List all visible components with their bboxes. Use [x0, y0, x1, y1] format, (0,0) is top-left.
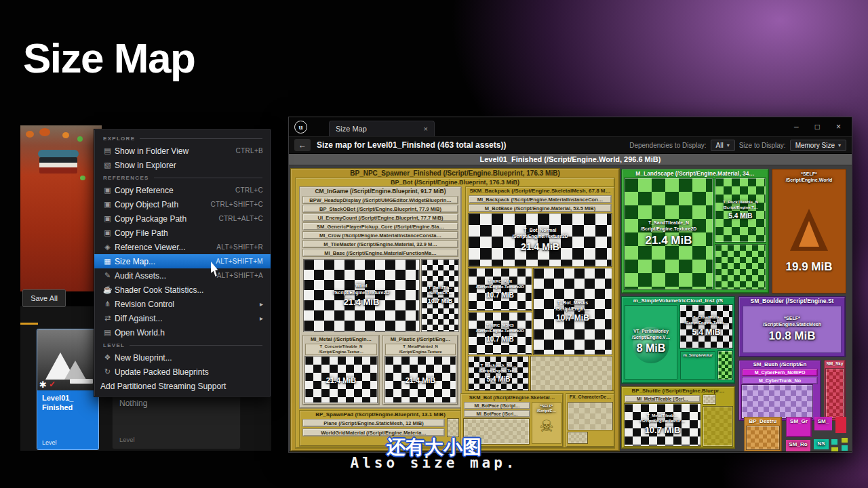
tile-size-label: 21.4 MiB [344, 297, 380, 308]
menu-item-show-in-folder-view[interactable]: ▤Show in Folder ViewCTRL+B [94, 144, 271, 158]
menu-section-rule [154, 178, 262, 178]
treemap-tile-cloud-check [718, 351, 732, 380]
treemap-tile-mi-metaltileable[interactable]: MI_MetalTileable (/Scri… [625, 395, 701, 403]
tab-close-icon[interactable]: × [424, 125, 428, 133]
treemap-tile-plane[interactable]: Plane (/Script/Engine.StaticMesh, 12 MiB… [302, 419, 445, 427]
submenu-arrow-icon: ▸ [260, 300, 263, 308]
treemap-tile-mi-botface-2[interactable]: MI_BotFace (/Scri… [464, 410, 530, 418]
sizemap-icon: ▦ [100, 257, 115, 266]
asset-thumbnail: ✱ ✓ [37, 329, 98, 390]
folder-icon: ▤ [100, 146, 115, 155]
tile-label-line: T_Bot_Normal [524, 227, 557, 233]
window-controls: – □ × [794, 122, 846, 131]
menu-item-shader-cook-statistics[interactable]: ☕Shader Cook Statistics... [94, 283, 271, 297]
treemap-tile-tex-sand-small[interactable]: T_SandTil…/Script/En…10.7 MiB [422, 260, 458, 331]
menu-item-add-partitioned-streaming-support[interactable]: Add Partitioned Streaming Support [94, 379, 271, 393]
menu-item-copy-object-path[interactable]: ▣Copy Object PathCTRL+SHIFT+C [94, 197, 271, 211]
tile-label-line: T_SandTileable_N [648, 220, 689, 226]
treemap-tile-m-botbase[interactable]: M_BotBase (/Script/Engine.Material, 53.5… [469, 204, 612, 212]
menu-item-copy-file-path[interactable]: ▣Copy File Path [94, 226, 271, 240]
treemap-tile-bp-stackobot[interactable]: BP_StackOBot (/Script/Engine.Blueprint, … [302, 205, 458, 213]
submenu-arrow-icon: ▸ [260, 314, 263, 322]
treemap-tile-mi-crow[interactable]: MI_Crow (/Script/Engine.MaterialInstance… [302, 231, 458, 239]
treemap-tile-m-cyberfern[interactable]: M_CyberFern_NoWPO [742, 369, 818, 376]
menu-item-shortcut: CTRL+SHIFT+C [210, 201, 263, 208]
save-all-button[interactable]: Save All [22, 289, 66, 307]
chevron-down-icon: ▾ [838, 142, 841, 148]
treemap-tile-tex-backpack-n[interactable]: T_Backpack_No…/Script/Engine.Tex…5.4 MiB [469, 357, 528, 390]
viewport-decoration [39, 128, 50, 136]
asset-name: Nothing [119, 399, 147, 408]
treemap-tile-vt-perlinworley[interactable]: VT_PerlinWorley/Script/Engine.V…8 MiB [625, 305, 677, 380]
close-icon[interactable]: × [836, 122, 841, 131]
treemap-tile-m-cybertrunk[interactable]: M_CyberTrunk_No [742, 377, 818, 384]
copy-icon: ▣ [100, 228, 115, 237]
treemap-tile-tex-brc-msks[interactable]: T_BRC_MSKS/Script/Engine.Texture2D10.7 M… [469, 312, 532, 354]
level-viewport[interactable] [20, 125, 102, 291]
tile-labels: T_CloudMask/Script/Engine.Textu…5.4 MiB [680, 305, 732, 348]
treemap-tile-tex-sandtileable-n[interactable]: T_SandTileable_N/Script/Engine.Texture2D… [625, 178, 713, 289]
tile-labels: VT_PerlinWorley/Script/Engine.V…8 MiB [625, 306, 677, 379]
menu-section-label: REFERENCES [103, 175, 149, 181]
back-button[interactable]: ← [294, 139, 311, 151]
treemap-tile-sm-genericplayerpickup[interactable]: SM_GenericPlayerPickup_Core (/Script/Eng… [302, 222, 458, 230]
minimize-icon[interactable]: – [794, 122, 799, 131]
tile-label-line: T_Bot_Masks [557, 300, 588, 306]
asset-tile-level01[interactable]: ✱ ✓ Level01_ Finished Level [37, 329, 98, 449]
treemap-tile-tex-rocktileable-n[interactable]: T_RockTileable_N/Script/Engine.T…5.4 MiB [715, 178, 766, 242]
menu-item-size-map[interactable]: ▦Size Map...ALT+SHIFT+M [94, 254, 271, 268]
viewport-decoration [39, 157, 77, 174]
tile-size-label: 21.4 MiB [406, 375, 436, 385]
menu-item-label: Copy File Path [115, 228, 263, 238]
size-dropdown[interactable]: Memory Size ▾ [790, 140, 846, 151]
treemap-tile-bpw-headupdisplay[interactable]: BPW_HeadupDisplay (/Script/UMGEditor.Wid… [302, 196, 458, 204]
menu-item-revision-control[interactable]: ⋔Revision Control▸ [94, 297, 271, 311]
dependencies-dropdown[interactable]: All ▾ [711, 140, 735, 151]
maximize-icon[interactable]: □ [815, 122, 820, 131]
treemap-tile-ui-enemycount[interactable]: UI_EnemyCount (/Script/Engine.Blueprint,… [302, 214, 458, 222]
treemap-tile-m-tilemaster[interactable]: M_TileMaster (/Script/Engine.Material, 3… [302, 240, 458, 248]
menu-item-audit-assets[interactable]: ✎Audit Assets...ALT+SHIFT+A [94, 268, 271, 283]
menu-item-shortcut: ALT+SHIFT+R [216, 243, 263, 251]
menu-item-open-world-h[interactable]: ▤Open World.h [94, 325, 271, 340]
menu-item-copy-package-path[interactable]: ▣Copy Package PathCTRL+ALT+C [94, 211, 271, 226]
mountain-icon [64, 361, 86, 380]
menu-item-show-in-explorer[interactable]: ▧Show in Explorer [94, 158, 271, 172]
treemap-tile-t-metalpainted[interactable]: T_MetalPainted_N/Script/Engine.Texture [385, 344, 456, 355]
menu-item-reference-viewer[interactable]: ◈Reference Viewer...ALT+SHIFT+R [94, 240, 271, 254]
treemap-tile-tex-wind[interactable]: Wind/Script/Engine.Texture2D21.4 MiB [304, 260, 419, 331]
treemap-tile-tex-concrete[interactable]: 21.4 MiB [305, 357, 377, 403]
window-titlebar[interactable]: u Size Map × – □ × [289, 117, 852, 136]
treemap-tile-mi-base[interactable]: MI_Base (/Script/Engine.MaterialFunction… [302, 249, 458, 257]
tab-size-map[interactable]: Size Map × [329, 121, 435, 136]
tile-label-line: /Script/Engine.Textur… [640, 419, 685, 424]
viewport-decoration [62, 132, 69, 138]
menu-item-new-blueprint[interactable]: ❖New Blueprint... [94, 350, 271, 365]
treemap-tile-self-world[interactable]: 19.9 MiB*SELF*/Script/Engine.World [772, 169, 846, 293]
treemap-tile-t-cloudmask[interactable]: T_CloudMask/Script/Engine.Textu…5.4 MiB [680, 305, 732, 348]
treemap-tile-tex-metalpainted[interactable]: 21.4 MiB [385, 357, 456, 403]
size-map-toolbar: ← Size map for Level01_Finished (463 tot… [289, 136, 852, 154]
tile-header: m_SimpleVolumetricCloud_Inst (/S [622, 297, 734, 304]
treemap-tile-sm-boulder-self[interactable]: *SELF*/Script/Engine.StaticMesh10.8 MiB [743, 306, 842, 353]
tile-size-label: 10.7 MiB [556, 313, 589, 324]
unreal-logo-icon: u [294, 121, 307, 134]
tile-header: FX_CharacterDe… [566, 394, 614, 399]
treemap-tile-tex-bot-normal[interactable]: T_Bot_Normal/Script/Engine.Texture2D21.4… [469, 214, 612, 266]
tile-label-line: /Script/Engine.Tex… [479, 369, 518, 374]
tile-label-line: T_BRC_ALB [488, 279, 513, 285]
menu-item-diff-against[interactable]: ⇄Diff Against...▸ [94, 311, 271, 325]
treemap-tile-t-concretetileable[interactable]: T_ConcreteTileable_N/Script/Engine.Textu… [305, 344, 377, 355]
treemap-tile-m-simplevolur[interactable]: m_SimpleVolur [680, 351, 715, 380]
menu-item-update-packed-blueprints[interactable]: ↻Update Packed Blueprints [94, 365, 271, 379]
update-icon: ↻ [100, 367, 115, 376]
treemap-root-header[interactable]: Level01_Finished (/Script/Engine.World, … [289, 154, 852, 165]
treemap-tile-tex-bot-masks[interactable]: T_Bot_Masks/Script/Engin…10.7 MiB [534, 268, 612, 354]
treemap-tile-mi-backpack[interactable]: MI_Backpack (/Script/Engine.MaterialInst… [469, 195, 612, 203]
treemap-tile-mi-botface-1[interactable]: MI_BotFace (/Script… [464, 402, 530, 409]
source-control-check-icon: ✓ [49, 380, 56, 389]
menu-item-copy-reference[interactable]: ▣Copy ReferenceCTRL+C [94, 183, 271, 197]
treemap-tile-shuttle-check [703, 395, 715, 404]
treemap-tile-sm-small[interactable]: SM_ [814, 417, 832, 430]
treemap-tile-tex-brc-alb[interactable]: T_BRC_ALB/Script/Engine.Texture2D10.7 Mi… [469, 268, 532, 310]
